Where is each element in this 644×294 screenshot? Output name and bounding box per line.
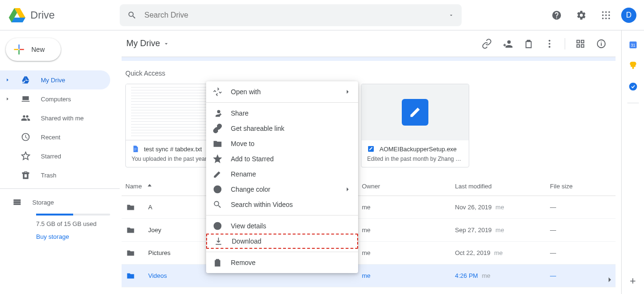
breadcrumb[interactable]: My Drive	[126, 39, 170, 49]
sidebar-item-label: Computers	[41, 96, 71, 103]
svg-point-2	[608, 11, 610, 12]
link-icon	[482, 39, 492, 49]
info-icon	[596, 39, 606, 49]
svg-point-3	[602, 14, 604, 16]
search-dropdown-icon[interactable]	[448, 12, 454, 18]
svg-point-8	[608, 18, 610, 19]
sidebar-item-label: My Drive	[41, 77, 65, 84]
more-vert-icon	[544, 39, 555, 49]
chevron-right-icon	[5, 78, 10, 82]
svg-point-4	[605, 14, 606, 16]
add-addon-button[interactable]: +	[630, 275, 636, 287]
storage-label: Storage	[32, 199, 54, 206]
folder-icon	[125, 202, 136, 213]
cm-download[interactable]: Download	[206, 234, 358, 249]
svg-point-11	[549, 46, 550, 48]
people-icon	[21, 113, 30, 123]
app-name: Drive	[30, 9, 55, 21]
get-link-button[interactable]	[477, 34, 496, 53]
settings-button[interactable]	[572, 6, 591, 25]
search-input[interactable]	[144, 11, 441, 20]
storage-icon	[12, 197, 22, 207]
logo[interactable]: Drive	[8, 6, 120, 25]
info-button[interactable]	[592, 34, 611, 53]
storage-bar	[36, 214, 110, 216]
share-button[interactable]	[498, 34, 517, 53]
info-banner	[122, 57, 616, 61]
help-icon	[551, 10, 562, 20]
storage-fill	[36, 214, 73, 216]
person-add-icon	[502, 39, 513, 49]
quick-access-card[interactable]: AOMEIBackupperSetup.exe Edited in the pa…	[361, 84, 469, 167]
sidebar-item-computers[interactable]: Computers	[0, 89, 110, 108]
cm-remove[interactable]: Remove	[206, 255, 358, 270]
folder-icon	[125, 271, 136, 281]
chevron-right-icon	[344, 88, 351, 96]
folder-icon	[125, 248, 136, 258]
sidebar-item-label: Recent	[41, 134, 60, 141]
sidebar-item-label: Shared with me	[41, 115, 84, 122]
chevron-right-icon	[344, 186, 351, 193]
calendar-icon[interactable]: 31	[628, 40, 638, 49]
apps-button[interactable]	[597, 6, 616, 25]
new-button[interactable]: New	[6, 38, 61, 61]
svg-point-1	[605, 11, 606, 12]
table-row[interactable]: Videosme4:26 PMme—	[122, 265, 616, 287]
svg-rect-13	[581, 40, 584, 43]
svg-text:31: 31	[631, 43, 635, 48]
svg-point-22	[215, 188, 217, 189]
cm-move-to[interactable]: Move to	[206, 136, 358, 151]
my-drive-icon	[21, 75, 30, 85]
sidebar-item-my-drive[interactable]: My Drive	[0, 70, 110, 89]
cm-view-details[interactable]: View details	[206, 218, 358, 234]
table-row[interactable]: PicturesmeOct 22, 2019me—	[122, 242, 616, 265]
delete-button[interactable]	[519, 34, 538, 53]
svg-point-24	[218, 188, 220, 189]
table-row[interactable]: AmeNov 26, 2019me—	[122, 196, 616, 219]
cm-add-star[interactable]: Add to Starred	[206, 151, 358, 167]
sidebar-item-starred[interactable]: Starred	[0, 147, 110, 166]
gear-icon	[576, 10, 587, 20]
chevron-right-icon	[5, 97, 10, 101]
sidebar-item-shared[interactable]: Shared with me	[0, 108, 110, 127]
cm-get-link[interactable]: Get shareable link	[206, 121, 358, 136]
svg-point-5	[608, 14, 610, 16]
cm-change-color[interactable]: Change color	[206, 182, 358, 197]
side-panel-expand-button[interactable]	[600, 270, 619, 289]
app-icon	[409, 106, 421, 118]
cm-share[interactable]: Share	[206, 106, 358, 121]
trash-icon	[21, 170, 30, 180]
view-grid-button[interactable]	[571, 34, 590, 53]
search-bar[interactable]	[120, 4, 462, 26]
svg-rect-12	[577, 40, 580, 43]
new-button-label: New	[31, 46, 45, 53]
more-button[interactable]	[540, 34, 559, 53]
sidebar-item-storage[interactable]: Storage	[12, 193, 110, 212]
account-avatar[interactable]: D	[621, 8, 636, 23]
drive-logo-icon	[8, 6, 27, 25]
column-header-owner[interactable]: Owner	[362, 183, 455, 190]
folder-icon	[125, 225, 136, 235]
svg-point-6	[602, 18, 604, 19]
column-header-modified[interactable]: Last modified	[455, 183, 550, 190]
svg-point-0	[602, 11, 604, 12]
svg-point-9	[549, 39, 550, 41]
sidebar-item-label: Trash	[41, 172, 57, 179]
exe-icon	[367, 145, 375, 153]
star-icon	[21, 151, 30, 161]
docs-icon	[132, 145, 139, 153]
cm-open-with[interactable]: Open with	[206, 84, 358, 99]
keep-icon[interactable]	[628, 61, 638, 70]
column-header-size[interactable]: File size	[550, 183, 612, 190]
svg-point-7	[605, 18, 606, 19]
sidebar-item-recent[interactable]: Recent	[0, 127, 110, 147]
table-row[interactable]: JoeymeSep 27, 2019me—	[122, 219, 616, 242]
plus-icon	[12, 43, 26, 56]
tasks-icon[interactable]	[628, 82, 638, 91]
sidebar-item-trash[interactable]: Trash	[0, 166, 110, 185]
help-button[interactable]	[547, 6, 566, 25]
buy-storage-link[interactable]: Buy storage	[36, 233, 110, 240]
cm-search-within[interactable]: Search within Videos	[206, 197, 358, 212]
clock-icon	[21, 132, 30, 142]
cm-rename[interactable]: Rename	[206, 167, 358, 182]
